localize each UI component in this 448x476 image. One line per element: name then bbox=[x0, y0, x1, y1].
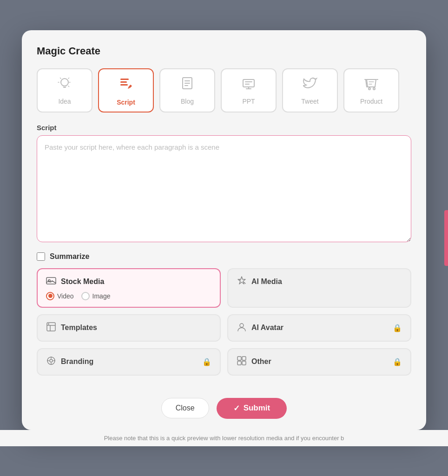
templates-header: Templates bbox=[46, 322, 211, 334]
svg-rect-22 bbox=[237, 357, 241, 360]
svg-rect-6 bbox=[184, 83, 190, 84]
script-label: Script bbox=[117, 99, 135, 106]
option-card-stock-media[interactable]: Stock Media Video Image bbox=[37, 268, 221, 308]
sidebar-strip bbox=[444, 210, 448, 266]
blog-label: Blog bbox=[181, 98, 194, 105]
magic-create-modal: Magic Create Idea bbox=[22, 30, 426, 430]
branding-header: Branding 🔒 bbox=[46, 356, 211, 368]
checkmark-icon: ✓ bbox=[233, 403, 240, 413]
svg-rect-8 bbox=[243, 79, 254, 87]
type-selector: Idea Script bbox=[37, 68, 411, 112]
submit-label: Submit bbox=[244, 403, 270, 413]
summarize-row: Summarize bbox=[37, 252, 411, 261]
svg-point-19 bbox=[240, 324, 244, 327]
ai-avatar-lock-icon: 🔒 bbox=[393, 324, 402, 332]
svg-rect-2 bbox=[120, 81, 127, 83]
type-btn-blog[interactable]: Blog bbox=[159, 68, 215, 112]
templates-icon bbox=[46, 322, 56, 334]
stock-media-radio-row: Video Image bbox=[46, 292, 211, 300]
svg-point-18 bbox=[48, 323, 49, 324]
idea-label: Idea bbox=[58, 98, 71, 105]
stock-media-header: Stock Media bbox=[46, 276, 211, 288]
script-input[interactable] bbox=[37, 135, 411, 242]
ai-avatar-header: AI Avatar 🔒 bbox=[237, 322, 402, 334]
options-grid: Stock Media Video Image bbox=[37, 268, 411, 376]
option-card-ai-avatar[interactable]: AI Avatar 🔒 bbox=[227, 314, 411, 342]
submit-button[interactable]: ✓ Submit bbox=[217, 398, 287, 419]
type-btn-ppt[interactable]: PPT bbox=[221, 68, 277, 112]
product-icon bbox=[364, 76, 379, 94]
type-btn-script[interactable]: Script bbox=[98, 68, 154, 112]
radio-dot-video bbox=[46, 292, 54, 300]
svg-point-14 bbox=[373, 88, 375, 90]
svg-rect-5 bbox=[184, 80, 190, 81]
ai-media-header: AI Media bbox=[237, 276, 402, 288]
radio-image-label: Image bbox=[92, 292, 111, 300]
radio-dot-image bbox=[81, 292, 90, 300]
other-header: Other 🔒 bbox=[237, 356, 402, 368]
ppt-icon bbox=[241, 76, 256, 94]
other-icon bbox=[237, 356, 247, 368]
svg-rect-25 bbox=[242, 361, 246, 365]
bottom-note: Please note that this is a quick preview… bbox=[0, 430, 448, 446]
svg-rect-23 bbox=[242, 357, 246, 360]
radio-video[interactable]: Video bbox=[46, 292, 74, 300]
modal-title: Magic Create bbox=[37, 45, 411, 57]
svg-rect-1 bbox=[120, 79, 129, 80]
product-label: Product bbox=[360, 98, 382, 105]
tweet-icon bbox=[303, 76, 317, 94]
summarize-checkbox[interactable] bbox=[37, 252, 45, 261]
svg-point-21 bbox=[50, 359, 53, 362]
tweet-label: Tweet bbox=[301, 98, 318, 105]
stock-media-icon bbox=[46, 276, 56, 288]
blog-icon bbox=[180, 76, 195, 94]
svg-rect-7 bbox=[184, 85, 188, 86]
branding-icon bbox=[46, 356, 56, 368]
svg-point-0 bbox=[61, 79, 68, 86]
option-card-branding[interactable]: Branding 🔒 bbox=[37, 348, 221, 376]
other-lock-icon: 🔒 bbox=[393, 357, 402, 366]
option-card-ai-media[interactable]: AI Media bbox=[227, 268, 411, 308]
script-section-label: Script bbox=[37, 124, 411, 132]
svg-rect-9 bbox=[245, 81, 252, 82]
modal-overlay: Magic Create Idea bbox=[0, 0, 448, 476]
type-btn-idea[interactable]: Idea bbox=[37, 68, 92, 112]
script-icon bbox=[118, 75, 134, 95]
type-btn-product[interactable]: Product bbox=[343, 68, 399, 112]
svg-rect-24 bbox=[237, 361, 241, 365]
idea-icon bbox=[57, 76, 72, 94]
svg-rect-3 bbox=[120, 84, 128, 86]
modal-footer: Close ✓ Submit bbox=[37, 389, 411, 430]
close-button[interactable]: Close bbox=[161, 398, 209, 418]
svg-rect-10 bbox=[245, 84, 250, 85]
svg-point-13 bbox=[369, 88, 370, 90]
ai-media-icon bbox=[237, 276, 247, 288]
radio-video-label: Video bbox=[57, 292, 74, 300]
option-card-templates[interactable]: Templates bbox=[37, 314, 221, 342]
option-card-other[interactable]: Other 🔒 bbox=[227, 348, 411, 376]
branding-lock-icon: 🔒 bbox=[202, 357, 211, 366]
ppt-label: PPT bbox=[242, 98, 255, 105]
summarize-label: Summarize bbox=[50, 252, 89, 261]
radio-image[interactable]: Image bbox=[81, 292, 111, 300]
ai-avatar-icon bbox=[237, 322, 247, 334]
type-btn-tweet[interactable]: Tweet bbox=[282, 68, 338, 112]
